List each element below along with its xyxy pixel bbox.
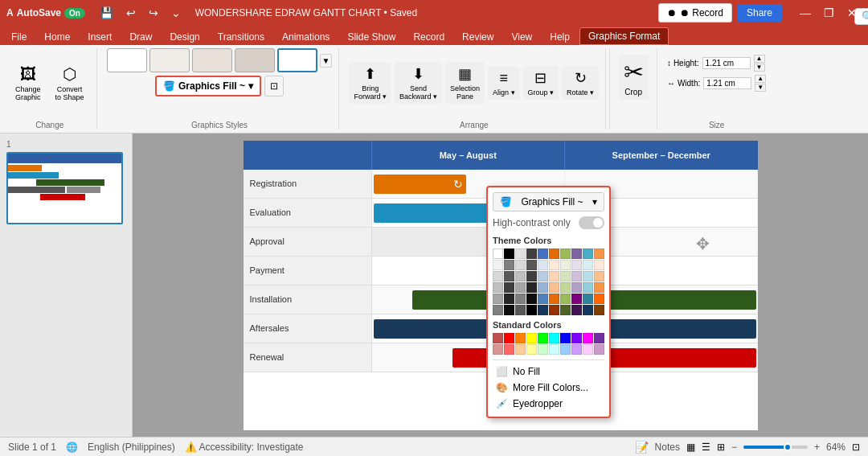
color-swatch[interactable] [515,305,526,315]
color-swatch[interactable] [583,294,593,304]
restore-button[interactable]: ❐ [819,5,839,21]
color-swatch[interactable] [549,305,559,315]
dropdown-header[interactable]: 🪣 Graphics Fill ~ ▾ [493,192,604,212]
style-box-1[interactable] [107,48,147,72]
style-box-5[interactable] [277,48,317,72]
change-graphic-button[interactable]: 🖼 ChangeGraphic [10,61,47,105]
color-swatch[interactable] [493,260,503,270]
color-swatch[interactable] [594,249,604,259]
color-swatch[interactable] [515,333,526,343]
tab-file[interactable]: File [3,29,35,45]
crop-button[interactable]: ✂ Crop [619,55,649,100]
no-fill-item[interactable]: ⬜ No Fill [493,364,604,380]
color-swatch[interactable] [583,271,593,281]
color-swatch[interactable] [560,305,571,315]
color-swatch[interactable] [571,344,582,355]
convert-to-shape-button[interactable]: ⬡ Convertto Shape [50,60,90,105]
color-swatch[interactable] [583,282,593,293]
color-swatch[interactable] [560,344,571,355]
customize-button[interactable]: ⌄ [166,5,186,21]
width-down-button[interactable]: ▼ [755,84,766,92]
color-swatch[interactable] [493,249,503,259]
view-outline-button[interactable]: ☰ [702,442,710,453]
color-swatch[interactable] [493,294,503,304]
color-swatch[interactable] [549,282,559,293]
color-swatch[interactable] [504,271,514,281]
bring-forward-button[interactable]: ⬆ BringForward ▾ [349,62,391,104]
width-up-button[interactable]: ▲ [755,75,766,83]
color-swatch[interactable] [504,305,514,315]
color-swatch[interactable] [504,344,514,355]
color-swatch[interactable] [571,305,582,315]
align-button[interactable]: ≡ Align ▾ [488,67,520,100]
color-swatch[interactable] [504,294,514,304]
color-swatch[interactable] [594,333,604,343]
color-swatch[interactable] [549,333,559,343]
color-swatch[interactable] [538,294,548,304]
height-down-button[interactable]: ▼ [754,64,765,72]
eyedropper-item[interactable]: 💉 Eyedropper [493,396,604,412]
color-swatch[interactable] [583,260,593,270]
color-swatch[interactable] [571,282,582,293]
tab-help[interactable]: Help [542,29,578,45]
styles-expand-button[interactable]: ▼ [320,54,333,68]
tab-review[interactable]: Review [454,29,502,45]
color-swatch[interactable] [526,271,537,281]
color-swatch[interactable] [515,249,526,259]
color-swatch[interactable] [526,249,537,259]
color-swatch[interactable] [493,333,503,343]
color-swatch[interactable] [538,249,548,259]
color-swatch[interactable] [493,305,503,315]
color-swatch[interactable] [538,271,548,281]
tab-home[interactable]: Home [36,29,78,45]
color-swatch[interactable] [549,260,559,270]
color-swatch[interactable] [549,294,559,304]
color-swatch[interactable] [571,260,582,270]
color-swatch[interactable] [594,260,604,270]
color-swatch[interactable] [571,333,582,343]
color-swatch[interactable] [538,282,548,293]
color-swatch[interactable] [504,260,514,270]
height-input[interactable] [702,57,751,69]
color-swatch[interactable] [594,344,604,355]
color-swatch[interactable] [560,260,571,270]
color-swatch[interactable] [560,271,571,281]
color-swatch[interactable] [538,333,548,343]
color-swatch[interactable] [493,344,503,355]
color-swatch[interactable] [538,344,548,355]
autosave-badge[interactable]: On [64,8,85,18]
color-swatch[interactable] [560,282,571,293]
color-swatch[interactable] [560,249,571,259]
color-swatch[interactable] [515,294,526,304]
color-swatch[interactable] [560,333,571,343]
send-backward-button[interactable]: ⬇ SendBackward ▾ [395,62,442,104]
color-swatch[interactable] [583,333,593,343]
tab-transitions[interactable]: Transitions [210,29,272,45]
color-swatch[interactable] [583,249,593,259]
color-swatch[interactable] [526,305,537,315]
minimize-button[interactable]: — [795,5,816,21]
record-button[interactable]: ⏺ ⏺ Record [658,3,732,23]
color-swatch[interactable] [504,282,514,293]
tab-graphics-format[interactable]: Graphics Format [579,27,669,45]
slide-thumbnail[interactable] [6,152,123,224]
tab-design[interactable]: Design [162,29,207,45]
view-normal-button[interactable]: ▦ [686,442,695,453]
color-swatch[interactable] [526,344,537,355]
tab-animations[interactable]: Animations [274,29,338,45]
color-swatch[interactable] [594,305,604,315]
color-swatch[interactable] [504,249,514,259]
group-button[interactable]: ⊟ Group ▾ [523,66,559,100]
graphics-fill-button[interactable]: 🪣 Graphics Fill ~ ▾ [155,76,261,97]
gantt-bar-registration[interactable]: ↻ [374,175,466,194]
rotate-button[interactable]: ↻ Rotate ▾ [562,66,599,100]
style-box-3[interactable] [192,48,232,72]
selection-pane-button[interactable]: ▦ SelectionPane [445,62,485,104]
notes-button[interactable]: 📝 [635,441,649,454]
view-slide-button[interactable]: ⊞ [717,442,725,453]
tab-insert[interactable]: Insert [80,29,120,45]
undo-button[interactable]: ↩ [121,5,141,21]
color-swatch[interactable] [571,294,582,304]
gantt-bar-evaluation[interactable]: ⋯ [374,203,502,223]
save-button[interactable]: 💾 [95,5,118,21]
